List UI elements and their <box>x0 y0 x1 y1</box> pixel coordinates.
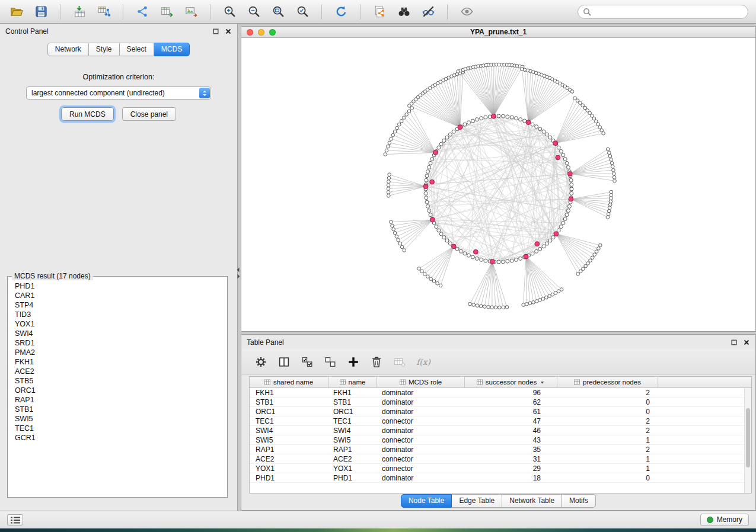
table-row[interactable]: STB1STB1dominator620 <box>250 398 751 407</box>
optimization-criterion-label: Optimization criterion: <box>0 73 237 81</box>
tab-edge-table[interactable]: Edge Table <box>452 494 502 508</box>
float-panel-icon[interactable] <box>212 28 219 35</box>
float-table-panel-icon[interactable] <box>731 339 738 346</box>
control-panel-titlebar: Control Panel <box>0 24 237 39</box>
cell-mcds-role: connector <box>377 455 465 463</box>
add-row-icon[interactable] <box>346 354 361 370</box>
cell-name: ACE2 <box>328 455 377 463</box>
column-header-name[interactable]: name <box>328 377 377 387</box>
table-row[interactable]: ORC1ORC1dominator610 <box>250 407 751 416</box>
column-header-shared-name[interactable]: shared name <box>250 377 328 387</box>
copy-annotations-icon[interactable] <box>369 3 390 21</box>
network-graph-canvas[interactable] <box>241 38 755 331</box>
table-row[interactable]: YOX1YOX1connector291 <box>250 464 751 473</box>
column-header-mcds-role[interactable]: MCDS role <box>377 377 465 387</box>
mcds-result-box-title: MCDS result (17 nodes) <box>12 272 93 280</box>
mcds-result-item[interactable]: RAP1 <box>9 395 226 405</box>
optimization-criterion-select[interactable]: largest connected component (undirected) <box>26 86 211 100</box>
cell-mcds-role: connector <box>377 436 465 444</box>
table-row[interactable]: RAP1RAP1dominator352 <box>250 445 751 454</box>
table-row[interactable]: FKH1FKH1dominator962 <box>250 388 751 398</box>
mcds-result-item[interactable]: CAR1 <box>9 291 226 300</box>
minimize-traffic-light[interactable] <box>258 29 264 36</box>
export-network-icon[interactable] <box>132 3 153 21</box>
close-traffic-light[interactable] <box>247 29 253 36</box>
zoom-in-icon[interactable] <box>219 3 240 21</box>
tab-network-table[interactable]: Network Table <box>502 494 562 508</box>
zoom-out-icon[interactable] <box>243 3 264 21</box>
memory-status-icon <box>707 517 713 523</box>
search-input[interactable] <box>578 5 748 19</box>
scrollbar-thumb[interactable] <box>746 408 750 467</box>
function-fx-icon: f(x) <box>415 354 434 370</box>
import-table-icon[interactable] <box>69 3 90 21</box>
close-panel-icon[interactable] <box>225 28 232 35</box>
mcds-result-item[interactable]: TEC1 <box>9 424 226 433</box>
cell-shared-name: FKH1 <box>250 389 328 397</box>
network-window-titlebar[interactable]: YPA_prune.txt_1 <box>241 27 755 38</box>
save-floppy-icon[interactable] <box>30 3 52 21</box>
memory-button-label: Memory <box>717 515 742 524</box>
tab-style[interactable]: Style <box>89 43 120 56</box>
mcds-result-item[interactable]: SWI4 <box>9 329 226 338</box>
tab-node-table[interactable]: Node Table <box>401 494 452 508</box>
tab-select[interactable]: Select <box>120 43 154 56</box>
mcds-result-item[interactable]: YOX1 <box>9 319 226 329</box>
cell-shared-name: ACE2 <box>250 455 328 463</box>
mcds-result-item[interactable]: ORC1 <box>9 386 226 395</box>
table-row[interactable]: PHD1PHD1dominator180 <box>250 473 751 483</box>
open-folder-icon[interactable] <box>6 3 27 21</box>
mcds-result-item[interactable]: STB1 <box>9 405 226 414</box>
cell-name: YOX1 <box>328 464 377 473</box>
tab-mcds[interactable]: MCDS <box>154 43 190 56</box>
column-header-predecessor-nodes[interactable]: predecessor nodes <box>557 377 658 387</box>
mcds-result-item[interactable]: STP4 <box>9 300 226 310</box>
deselect-all-icon[interactable] <box>323 354 338 370</box>
mcds-result-item[interactable]: FKH1 <box>9 357 226 367</box>
tab-network[interactable]: Network <box>47 43 89 56</box>
cell-successor-nodes: 31 <box>465 455 557 463</box>
binoculars-icon[interactable] <box>393 3 414 21</box>
task-history-icon[interactable] <box>7 514 23 525</box>
control-panel-tabs: NetworkStyleSelectMCDS <box>0 43 237 56</box>
column-header-successor-nodes[interactable]: successor nodes <box>465 377 557 387</box>
columns-icon[interactable] <box>276 354 292 370</box>
table-row[interactable]: TEC1TEC1connector472 <box>250 416 751 426</box>
cell-name: SWI4 <box>328 427 377 435</box>
tab-motifs[interactable]: Motifs <box>562 494 596 508</box>
eye-icon[interactable] <box>456 3 477 21</box>
gear-icon[interactable] <box>253 354 269 370</box>
close-table-panel-icon[interactable] <box>743 339 750 346</box>
table-scrollbar[interactable] <box>744 388 751 493</box>
close-panel-button[interactable]: Close panel <box>122 107 176 121</box>
import-network-table-icon[interactable] <box>93 3 114 21</box>
mcds-result-item[interactable]: SRD1 <box>9 338 226 348</box>
glasses-slash-icon[interactable] <box>417 3 439 21</box>
zoom-selected-icon[interactable] <box>292 3 313 21</box>
mcds-result-item[interactable]: ACE2 <box>9 367 226 376</box>
zoom-fit-icon[interactable] <box>267 3 289 21</box>
table-row[interactable]: ACE2ACE2connector311 <box>250 454 751 464</box>
mcds-result-item[interactable]: PHD1 <box>9 281 226 291</box>
cell-successor-nodes: 29 <box>465 464 557 473</box>
export-image-icon[interactable] <box>180 3 202 21</box>
run-mcds-button[interactable]: Run MCDS <box>61 107 114 121</box>
mcds-result-item[interactable]: SWI5 <box>9 414 226 424</box>
refresh-icon[interactable] <box>330 3 352 21</box>
cell-successor-nodes: 47 <box>465 417 557 425</box>
memory-button[interactable]: Memory <box>700 514 749 526</box>
mcds-result-item[interactable]: STB5 <box>9 376 226 386</box>
cell-mcds-role: dominator <box>377 427 465 435</box>
select-all-icon[interactable] <box>299 354 315 370</box>
main-toolbar <box>0 0 756 24</box>
mcds-result-item[interactable]: GCR1 <box>9 433 226 443</box>
table-row[interactable]: SWI4SWI4dominator462 <box>250 426 751 435</box>
mcds-result-item[interactable]: PMA2 <box>9 348 226 357</box>
cell-mcds-role: connector <box>377 417 465 425</box>
mcds-result-item[interactable]: TID3 <box>9 310 226 319</box>
maximize-traffic-light[interactable] <box>269 29 276 36</box>
export-table-icon[interactable] <box>156 3 177 21</box>
table-row[interactable]: SWI5SWI5connector431 <box>250 435 751 445</box>
delete-row-icon[interactable] <box>369 354 384 370</box>
cell-predecessor-nodes: 2 <box>557 427 658 435</box>
